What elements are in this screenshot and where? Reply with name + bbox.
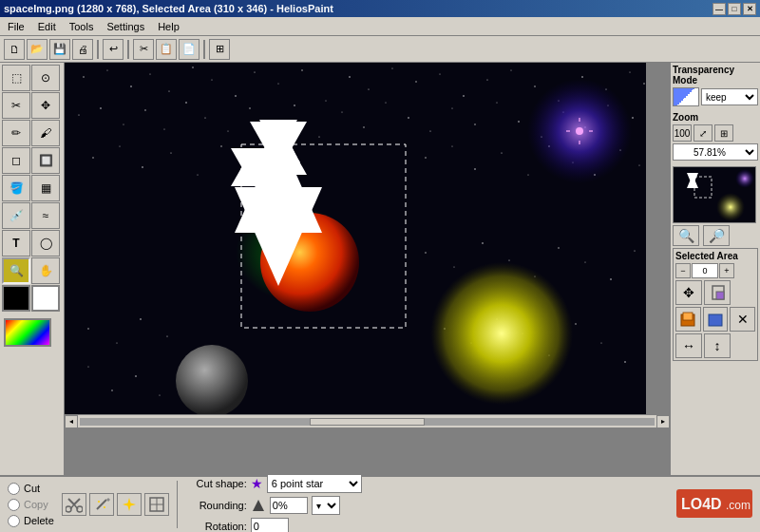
lasso-tool[interactable]: ⊙ <box>31 65 60 91</box>
svg-point-83 <box>610 278 612 280</box>
sel-filter-button[interactable] <box>703 307 729 332</box>
sel-minus-button[interactable]: − <box>675 263 691 278</box>
svg-point-39 <box>342 112 343 113</box>
color-palette[interactable] <box>2 316 62 349</box>
sel-value-input[interactable] <box>692 263 718 278</box>
scroll-left-button[interactable]: ◂ <box>65 415 78 428</box>
rounding-input[interactable] <box>270 497 308 514</box>
save-button[interactable]: 💾 <box>49 39 70 60</box>
zoom-out-button[interactable]: 🔎 <box>703 225 730 246</box>
copy-radio-input[interactable] <box>8 499 20 511</box>
hand-tool[interactable]: ✋ <box>31 257 60 284</box>
grid-tool-btn[interactable] <box>144 493 169 516</box>
filter-icon <box>707 311 724 328</box>
toolbar-sep2 <box>127 40 129 59</box>
horizontal-scrollbar[interactable]: ◂ ▸ <box>65 414 670 428</box>
copy-radio[interactable]: Copy <box>8 499 54 511</box>
sel-flip-h-button[interactable]: ↔ <box>675 333 702 358</box>
sel-plus-button[interactable]: + <box>719 263 734 278</box>
fill-tool[interactable]: 🪣 <box>2 175 30 201</box>
svg-point-45 <box>474 124 475 124</box>
eraser-tool[interactable]: ◻ <box>2 147 30 174</box>
svg-point-10 <box>278 84 279 85</box>
magnifier-row: 🔍 🔎 <box>673 225 758 246</box>
zoom-in-button[interactable]: 🔍 <box>673 225 699 246</box>
color-swatch[interactable] <box>4 318 51 347</box>
cut-label: Cut <box>24 483 40 494</box>
select-tool[interactable]: ⬚ <box>2 65 30 91</box>
text-tool[interactable]: T <box>2 230 30 256</box>
cut-shape-select[interactable]: 6 point star Rectangle Ellipse Custom <box>267 474 362 493</box>
canvas-scroll[interactable]: ◂ ▸ <box>65 63 670 475</box>
svg-point-4 <box>150 74 151 75</box>
delete-radio-input[interactable] <box>8 515 20 527</box>
zoom-fit-button[interactable]: ⤢ <box>694 124 712 142</box>
zoom-100-button[interactable]: 100 <box>673 124 692 142</box>
svg-point-29 <box>124 124 124 125</box>
paste-button[interactable]: 📄 <box>179 39 200 60</box>
scroll-thumb[interactable] <box>310 418 425 426</box>
maximize-button[interactable]: □ <box>728 3 741 15</box>
sel-resize-button[interactable] <box>704 280 731 305</box>
canvas[interactable] <box>65 63 646 414</box>
star-tool-btn[interactable] <box>117 493 142 516</box>
cut-radio[interactable]: Cut <box>8 483 54 495</box>
eyedropper-tool[interactable]: 💉 <box>2 202 30 229</box>
delete-radio[interactable]: Delete <box>8 515 54 527</box>
svg-rect-120 <box>241 144 406 328</box>
sel-flip-v-button[interactable]: ↕ <box>704 333 731 358</box>
sel-delete-button[interactable]: ✕ <box>730 307 755 332</box>
svg-point-63 <box>474 168 476 170</box>
svg-point-97 <box>624 361 626 363</box>
svg-point-72 <box>117 343 118 344</box>
svg-point-9 <box>254 71 255 72</box>
smudge-tool[interactable]: ≈ <box>31 202 60 229</box>
pencil-tool[interactable]: ✏ <box>2 120 30 146</box>
stamp-tool[interactable]: 🔲 <box>31 147 60 174</box>
menu-file[interactable]: File <box>2 19 30 34</box>
rotation-input[interactable] <box>251 518 289 532</box>
crop-tool[interactable]: ✂ <box>2 92 30 119</box>
zoom-grid-button[interactable]: ⊞ <box>714 124 733 142</box>
selected-area-label: Selected Area <box>675 251 755 261</box>
selected-area-panel: Selected Area − + ✥ <box>673 248 758 361</box>
brush-tool[interactable]: 🖌 <box>31 120 60 146</box>
cut-toolbar-button[interactable]: ✂ <box>133 39 154 60</box>
grid-button[interactable]: ⊞ <box>209 39 230 60</box>
zoom-tool[interactable]: 🔍 <box>2 257 30 284</box>
print-button[interactable]: 🖨 <box>72 39 93 60</box>
scroll-track[interactable] <box>80 418 655 426</box>
move-tool[interactable]: ✥ <box>31 92 60 119</box>
svg-point-88 <box>160 395 161 396</box>
menu-help[interactable]: Help <box>152 19 185 34</box>
bg-color[interactable] <box>31 285 60 312</box>
svg-point-14 <box>368 88 369 89</box>
scissors-tool-btn[interactable] <box>62 493 86 516</box>
wand-tool-btn[interactable] <box>89 493 114 516</box>
svg-marker-146 <box>253 500 264 511</box>
copy-toolbar-button[interactable]: 📋 <box>156 39 177 60</box>
menu-tools[interactable]: Tools <box>64 19 100 34</box>
fg-color[interactable] <box>2 285 30 312</box>
new-button[interactable]: 🗋 <box>4 39 25 60</box>
transparency-dropdown[interactable]: keep blend replace <box>701 88 758 105</box>
svg-point-70 <box>639 165 640 166</box>
scroll-right-button[interactable]: ▸ <box>656 415 670 428</box>
sel-paste-button[interactable] <box>675 307 701 332</box>
close-button[interactable]: ✕ <box>743 3 756 15</box>
zoom-percent-select[interactable]: 57.81% 25% 50% 75% 100% <box>673 143 758 161</box>
undo-button[interactable]: ↩ <box>103 39 124 60</box>
cut-radio-input[interactable] <box>8 483 20 495</box>
sel-transform-button[interactable]: ✥ <box>675 280 702 305</box>
shape-tool[interactable]: ◯ <box>31 230 60 256</box>
watermark: LO4D .com <box>676 489 752 520</box>
tool-row-4: ◻ 🔲 <box>2 147 62 174</box>
menu-settings[interactable]: Settings <box>101 19 150 34</box>
svg-point-107 <box>176 345 248 414</box>
gradient-tool[interactable]: ▦ <box>31 175 60 201</box>
open-button[interactable]: 📂 <box>27 39 48 60</box>
minimize-button[interactable]: — <box>712 3 726 15</box>
rounding-select[interactable]: ▾ <box>312 496 340 515</box>
svg-point-3 <box>130 86 132 87</box>
menu-edit[interactable]: Edit <box>32 19 62 34</box>
